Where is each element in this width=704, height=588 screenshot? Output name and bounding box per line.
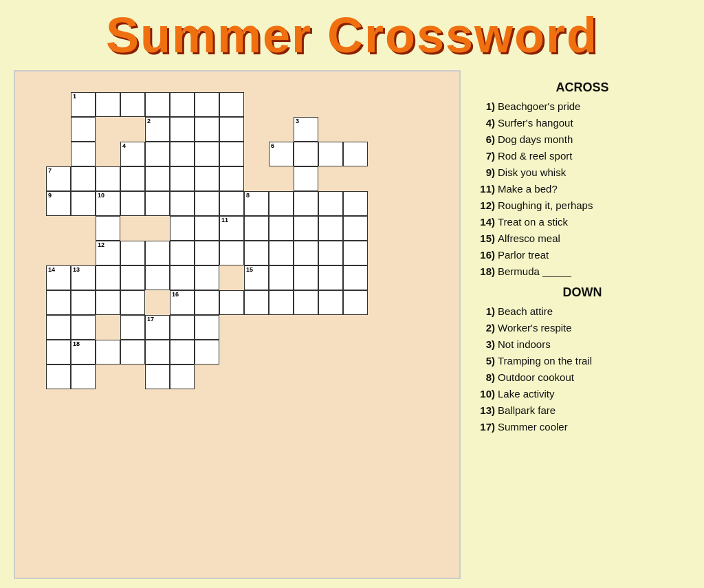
crossword-cell[interactable]: 13 xyxy=(71,265,96,290)
crossword-cell[interactable] xyxy=(219,142,244,166)
crossword-cell[interactable] xyxy=(170,265,195,290)
crossword-cell[interactable] xyxy=(145,142,170,166)
crossword-cell[interactable] xyxy=(318,191,343,216)
crossword-cell[interactable]: 14 xyxy=(46,265,71,290)
crossword-cell[interactable]: 18 xyxy=(71,340,96,364)
crossword-cell[interactable] xyxy=(170,315,195,340)
crossword-cell[interactable] xyxy=(71,166,96,191)
crossword-cell[interactable]: 1 xyxy=(71,92,96,117)
crossword-cell[interactable]: 4 xyxy=(120,142,145,166)
crossword-cell[interactable] xyxy=(294,216,318,241)
crossword-cell[interactable] xyxy=(195,117,219,142)
crossword-cell[interactable] xyxy=(145,340,170,364)
crossword-cell[interactable]: 3 xyxy=(294,117,318,142)
crossword-cell[interactable] xyxy=(46,340,71,364)
crossword-cell[interactable] xyxy=(71,290,96,315)
crossword-cell[interactable] xyxy=(120,241,145,265)
crossword-cell[interactable] xyxy=(96,340,120,364)
crossword-cell[interactable] xyxy=(269,241,294,265)
crossword-cell[interactable] xyxy=(145,166,170,191)
crossword-cell[interactable] xyxy=(343,290,368,315)
crossword-cell[interactable] xyxy=(71,364,96,389)
crossword-cell[interactable] xyxy=(219,166,244,191)
crossword-cell[interactable] xyxy=(294,241,318,265)
crossword-cell[interactable] xyxy=(120,191,145,216)
crossword-cell[interactable] xyxy=(170,340,195,364)
crossword-cell[interactable]: 16 xyxy=(170,290,195,315)
crossword-cell[interactable]: 7 xyxy=(46,166,71,191)
crossword-cell[interactable] xyxy=(219,92,244,117)
crossword-cell[interactable] xyxy=(269,290,294,315)
crossword-cell[interactable] xyxy=(145,92,170,117)
crossword-cell[interactable] xyxy=(195,92,219,117)
crossword-cell[interactable] xyxy=(318,216,343,241)
crossword-cell[interactable] xyxy=(195,166,219,191)
crossword-cell[interactable] xyxy=(195,315,219,340)
crossword-cell[interactable] xyxy=(294,290,318,315)
crossword-cell[interactable] xyxy=(170,364,195,389)
crossword-cell[interactable] xyxy=(170,142,195,166)
crossword-cell[interactable]: 10 xyxy=(96,191,120,216)
crossword-cell[interactable] xyxy=(96,265,120,290)
crossword-cell[interactable] xyxy=(219,290,244,315)
crossword-cell[interactable] xyxy=(219,241,244,265)
crossword-cell[interactable] xyxy=(170,92,195,117)
crossword-cell[interactable] xyxy=(343,191,368,216)
crossword-cell[interactable] xyxy=(120,340,145,364)
crossword-cell[interactable] xyxy=(120,265,145,290)
crossword-cell[interactable] xyxy=(71,315,96,340)
crossword-cell[interactable] xyxy=(318,241,343,265)
crossword-cell[interactable] xyxy=(195,241,219,265)
crossword-cell[interactable] xyxy=(269,191,294,216)
crossword-cell[interactable] xyxy=(170,117,195,142)
crossword-cell[interactable] xyxy=(46,315,71,340)
crossword-cell[interactable] xyxy=(71,117,96,142)
crossword-cell[interactable] xyxy=(244,216,269,241)
crossword-cell[interactable] xyxy=(318,265,343,290)
crossword-cell[interactable] xyxy=(96,166,120,191)
crossword-cell[interactable]: 6 xyxy=(269,142,294,166)
crossword-cell[interactable] xyxy=(170,166,195,191)
crossword-cell[interactable] xyxy=(294,265,318,290)
crossword-cell[interactable] xyxy=(120,92,145,117)
crossword-cell[interactable]: 12 xyxy=(96,241,120,265)
crossword-cell[interactable] xyxy=(318,142,343,166)
crossword-cell[interactable] xyxy=(318,290,343,315)
crossword-cell[interactable] xyxy=(195,142,219,166)
crossword-cell[interactable] xyxy=(343,142,368,166)
crossword-cell[interactable]: 15 xyxy=(244,265,269,290)
crossword-cell[interactable] xyxy=(195,290,219,315)
crossword-cell[interactable]: 9 xyxy=(46,191,71,216)
crossword-cell[interactable] xyxy=(244,290,269,315)
crossword-cell[interactable]: 11 xyxy=(219,216,244,241)
crossword-cell[interactable] xyxy=(120,166,145,191)
crossword-cell[interactable] xyxy=(244,241,269,265)
crossword-cell[interactable] xyxy=(71,191,96,216)
crossword-cell[interactable]: 2 xyxy=(145,117,170,142)
crossword-cell[interactable] xyxy=(96,290,120,315)
crossword-cell[interactable] xyxy=(195,191,219,216)
crossword-cell[interactable] xyxy=(145,265,170,290)
crossword-cell[interactable] xyxy=(170,216,195,241)
crossword-cell[interactable] xyxy=(170,191,195,216)
crossword-cell[interactable] xyxy=(195,216,219,241)
crossword-cell[interactable] xyxy=(219,117,244,142)
crossword-cell[interactable] xyxy=(294,142,318,166)
crossword-cell[interactable] xyxy=(120,315,145,340)
crossword-cell[interactable]: 8 xyxy=(244,191,269,216)
crossword-cell[interactable] xyxy=(343,265,368,290)
crossword-cell[interactable] xyxy=(120,290,145,315)
crossword-cell[interactable] xyxy=(269,216,294,241)
crossword-cell[interactable] xyxy=(71,142,96,166)
crossword-cell[interactable] xyxy=(195,340,219,364)
crossword-cell[interactable] xyxy=(343,241,368,265)
crossword-cell[interactable] xyxy=(343,216,368,241)
crossword-cell[interactable] xyxy=(219,191,244,216)
crossword-cell[interactable] xyxy=(269,265,294,290)
crossword-cell[interactable]: 17 xyxy=(145,315,170,340)
crossword-cell[interactable] xyxy=(294,191,318,216)
crossword-cell[interactable] xyxy=(46,364,71,389)
crossword-cell[interactable] xyxy=(145,191,170,216)
crossword-cell[interactable] xyxy=(145,364,170,389)
crossword-cell[interactable] xyxy=(170,241,195,265)
